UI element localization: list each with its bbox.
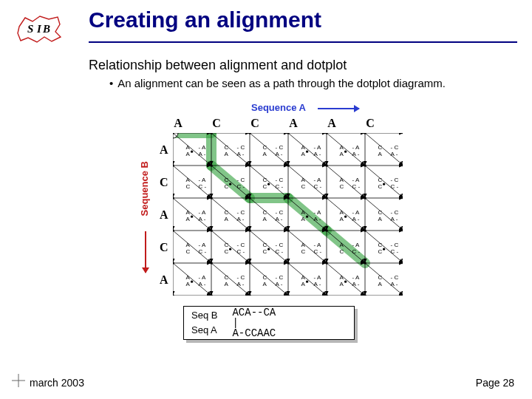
svg-point-236 [287, 229, 290, 232]
svg-text:- A: - A [314, 274, 321, 281]
svg-point-220 [210, 164, 213, 167]
svg-point-235 [248, 229, 251, 232]
svg-text:C: C [263, 177, 267, 183]
svg-text:A: A [186, 242, 191, 248]
svg-point-271 [306, 151, 308, 153]
subtitle: Relationship between alignment and dotpl… [89, 58, 347, 73]
svg-point-361 [383, 248, 385, 250]
svg-text:A: A [340, 209, 344, 216]
dotplot-grid: - AA -AA- CA -CA- CA -CA- AA -AA- AA -AA… [173, 133, 403, 296]
svg-point-325 [306, 216, 308, 218]
svg-text:A -: A - [276, 216, 283, 222]
svg-point-241 [210, 262, 213, 265]
svg-text:- A: - A [199, 242, 206, 248]
bullet-dot-icon: • [109, 77, 113, 89]
svg-text:A -: A - [391, 216, 398, 222]
row-header: A [160, 208, 168, 222]
svg-text:C: C [340, 248, 344, 255]
svg-point-224 [364, 164, 366, 167]
svg-text:S: S [27, 23, 33, 35]
seq-b-value: ACA--CA [232, 307, 276, 318]
svg-text:A -: A - [352, 216, 360, 222]
svg-point-379 [306, 281, 308, 283]
svg-text:C: C [186, 183, 191, 190]
svg-text:A: A [301, 209, 306, 216]
svg-point-343 [229, 248, 231, 250]
svg-text:C: C [225, 248, 229, 255]
svg-text:A: A [301, 144, 306, 151]
svg-point-307 [383, 183, 385, 185]
svg-text:C: C [301, 248, 306, 255]
svg-point-238 [364, 229, 366, 232]
svg-text:- A: - A [199, 209, 206, 216]
svg-text:C -: C - [237, 183, 245, 190]
svg-text:C: C [186, 248, 191, 255]
title-divider [89, 41, 517, 43]
svg-text:- C: - C [276, 242, 284, 248]
svg-text:A: A [186, 281, 191, 287]
svg-text:A -: A - [314, 151, 321, 157]
svg-text:- A: - A [314, 177, 321, 183]
svg-text:A -: A - [314, 216, 321, 222]
svg-text:C: C [378, 248, 383, 255]
column-headers: A C C A A C [173, 117, 375, 130]
svg-text:A: A [340, 144, 344, 151]
svg-text:C -: C - [199, 183, 207, 190]
svg-text:- C: - C [237, 274, 245, 281]
svg-point-218 [402, 133, 403, 134]
svg-text:C: C [225, 183, 229, 190]
svg-text:- A: - A [199, 177, 206, 183]
svg-text:C: C [263, 144, 267, 151]
svg-text:C: C [225, 177, 229, 183]
sib-logo: S I B [15, 12, 64, 46]
svg-text:C -: C - [314, 183, 322, 190]
svg-text:- C: - C [391, 209, 399, 216]
svg-text:C -: C - [199, 248, 207, 255]
svg-text:A: A [186, 216, 191, 222]
svg-text:- A: - A [314, 144, 321, 151]
row-headers: A C A C A [160, 143, 168, 287]
svg-text:C: C [225, 144, 229, 151]
footer-date: march 2003 [30, 377, 84, 389]
svg-text:A: A [301, 242, 306, 248]
svg-text:A: A [340, 151, 344, 157]
svg-text:- C: - C [276, 274, 284, 281]
svg-text:C: C [340, 183, 344, 190]
svg-text:A -: A - [391, 281, 398, 287]
svg-text:C: C [378, 274, 383, 281]
svg-text:A -: A - [276, 281, 283, 287]
svg-text:A -: A - [199, 281, 206, 287]
svg-text:A: A [301, 274, 306, 281]
svg-text:C: C [263, 274, 267, 281]
arrow-down-icon [145, 231, 146, 273]
svg-point-228 [248, 197, 251, 200]
svg-text:- C: - C [391, 177, 399, 183]
svg-text:C -: C - [314, 248, 322, 255]
svg-point-294 [267, 183, 270, 185]
svg-text:A -: A - [237, 151, 245, 157]
col-header: C [250, 117, 260, 130]
bullet-item: •An alignment can be seen as a path thro… [109, 77, 446, 89]
svg-text:A: A [263, 281, 267, 287]
svg-text:- A: - A [314, 242, 321, 248]
svg-point-222 [287, 164, 290, 167]
svg-text:A: A [301, 281, 306, 287]
svg-text:C -: C - [352, 248, 361, 255]
col-header: A [327, 117, 337, 130]
svg-text:A: A [186, 144, 191, 151]
svg-text:C -: C - [237, 248, 245, 255]
svg-text:I: I [36, 23, 42, 35]
svg-text:C: C [378, 209, 383, 216]
svg-text:A: A [301, 151, 306, 157]
col-header: A [288, 117, 299, 130]
svg-text:- A: - A [199, 274, 206, 281]
svg-text:C -: C - [276, 183, 284, 190]
svg-text:A: A [186, 177, 191, 183]
svg-text:- A: - A [352, 209, 360, 216]
svg-text:A: A [340, 242, 344, 248]
svg-point-258 [191, 151, 193, 153]
svg-text:- A: - A [352, 144, 360, 151]
svg-text:C: C [378, 183, 383, 190]
svg-point-242 [248, 262, 251, 265]
sequence-b-label: Sequence B [139, 161, 150, 216]
